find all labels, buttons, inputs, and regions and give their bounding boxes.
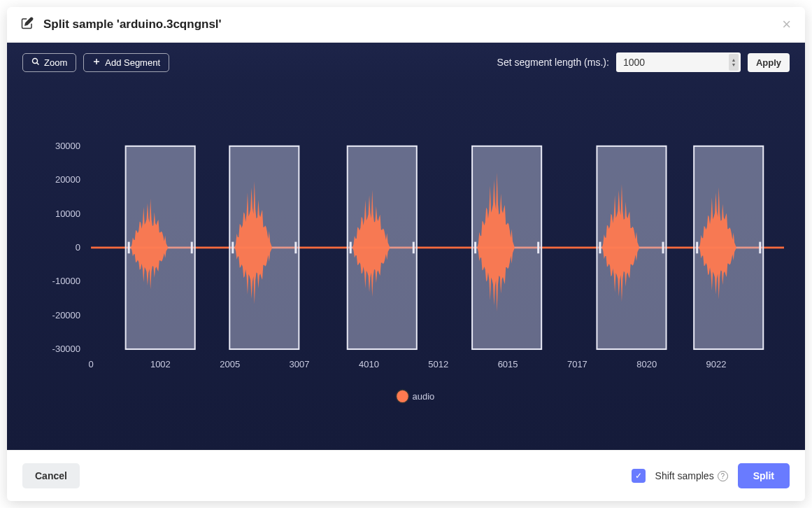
modal-header: Split sample 'arduino.3cqngnsl' × (7, 7, 805, 43)
svg-text:audio: audio (413, 390, 435, 401)
plus-icon (92, 57, 101, 68)
svg-text:10000: 10000 (55, 208, 80, 218)
split-sample-modal: Split sample 'arduino.3cqngnsl' × Zoom A… (7, 7, 805, 501)
svg-text:9022: 9022 (706, 359, 727, 369)
svg-text:20000: 20000 (55, 174, 80, 185)
cancel-button[interactable]: Cancel (22, 463, 80, 488)
svg-text:0: 0 (76, 242, 80, 253)
svg-text:-20000: -20000 (52, 310, 80, 320)
close-icon[interactable]: × (782, 17, 791, 32)
segment-handle[interactable] (599, 242, 601, 254)
svg-text:4010: 4010 (359, 359, 379, 369)
shift-samples-checkbox[interactable]: ✓ (632, 469, 646, 483)
edit-icon (21, 17, 34, 32)
svg-text:6015: 6015 (498, 359, 518, 369)
svg-text:2005: 2005 (220, 359, 240, 369)
svg-text:1002: 1002 (150, 359, 171, 369)
segment-handle[interactable] (537, 242, 539, 254)
chart-area: -30000-20000-100000100002000030000 01002… (7, 82, 805, 450)
modal-title: Split sample 'arduino.3cqngnsl' (43, 17, 782, 31)
segment-handle[interactable] (662, 242, 664, 254)
segment-handle[interactable] (232, 242, 234, 254)
add-segment-button[interactable]: Add Segment (83, 53, 169, 72)
help-icon[interactable]: ? (718, 471, 728, 481)
svg-text:7017: 7017 (567, 359, 587, 369)
segment-handle[interactable] (350, 242, 352, 254)
split-button[interactable]: Split (738, 463, 790, 488)
svg-text:-10000: -10000 (52, 276, 80, 286)
svg-point-0 (33, 58, 38, 63)
svg-line-1 (37, 62, 39, 64)
toolbar: Zoom Add Segment Set segment length (ms.… (7, 43, 805, 82)
svg-point-22 (396, 390, 408, 403)
segment-handle[interactable] (191, 242, 193, 254)
segment-handle[interactable] (759, 242, 761, 254)
segment-handle[interactable] (696, 242, 698, 254)
add-segment-label: Add Segment (105, 57, 160, 68)
spinner-icon[interactable]: ▲▼ (729, 54, 739, 71)
svg-text:-30000: -30000 (52, 344, 80, 354)
segment-handle[interactable] (294, 242, 297, 254)
svg-text:5012: 5012 (428, 359, 448, 369)
svg-text:8020: 8020 (636, 359, 657, 369)
zoom-label: Zoom (44, 57, 67, 68)
segment-handle[interactable] (474, 242, 476, 254)
waveform-chart[interactable]: -30000-20000-100000100002000030000 01002… (21, 110, 791, 429)
segment-handle[interactable] (413, 242, 415, 254)
modal-footer: Cancel ✓ Shift samples ? Split (7, 450, 805, 501)
shift-samples-label: Shift samples ? (655, 470, 728, 481)
svg-text:3007: 3007 (290, 359, 310, 369)
svg-text:30000: 30000 (55, 141, 80, 151)
segment-handle[interactable] (128, 242, 130, 254)
apply-button[interactable]: Apply (748, 53, 790, 72)
zoom-button[interactable]: Zoom (22, 53, 76, 72)
svg-text:0: 0 (88, 359, 93, 369)
segment-length-input[interactable] (616, 52, 741, 72)
segment-length-label: Set segment length (ms.): (497, 57, 609, 68)
search-icon (31, 57, 40, 68)
